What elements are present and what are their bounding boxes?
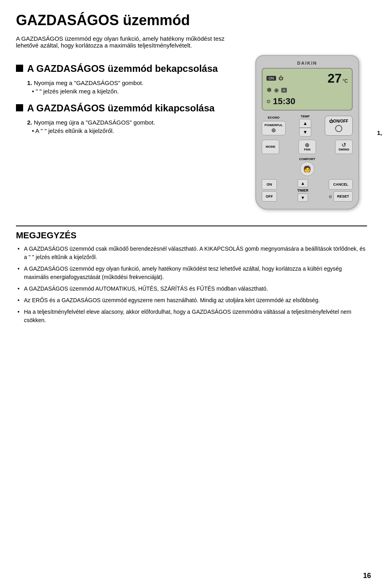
notes-section: MEGJEGYZÉS A GAZDASÁGOS üzemmód csak műk… xyxy=(16,226,367,325)
temp-cluster: TEMP ▲ ▼ xyxy=(299,115,311,137)
note-item-1: A GAZDASÁGOS üzemmód csak működő berende… xyxy=(16,245,367,261)
timer-off-button[interactable]: OFF xyxy=(262,191,277,202)
temp-down-button[interactable]: ▼ xyxy=(299,128,311,137)
fan-btn-icon: ⊕ xyxy=(305,142,310,148)
temp-label: TEMP xyxy=(301,115,310,118)
swing-btn-icon: ↺ xyxy=(342,142,346,148)
on-off-col: ON OFF xyxy=(262,179,277,202)
fan-icon: ⊕ xyxy=(274,87,279,93)
onoff-circle xyxy=(335,125,342,132)
note-item-3: A GAZDASÁGOS üzemmód AUTOMATIKUS, HŰTÉS,… xyxy=(16,285,367,293)
note-item-2: A GAZDASÁGOS üzemmód egy olyan funkció, … xyxy=(16,265,367,281)
notes-title: MEGJEGYZÉS xyxy=(16,230,367,241)
section1-heading: A GAZDASÁGOS üzemmód bekapcsolása xyxy=(16,63,243,75)
daikin-logo: DAIKIN xyxy=(297,61,317,65)
timer-section: ON OFF ▲ TIMER ▼ CANCEL xyxy=(262,179,353,202)
note-item-5: Ha a teljesítményfelvétel eleve alacsony… xyxy=(16,308,367,325)
section2-title: A GAZDASÁGOS üzemmód kikapcsolása xyxy=(27,103,215,114)
screen-on-badge: ON xyxy=(267,76,276,81)
person-icon: 🧑 xyxy=(303,165,311,173)
comfort-label: COMFORT xyxy=(299,157,315,161)
section1-step1: 1. Nyomja meg a "GAZDASÁGOS" gombot. xyxy=(27,79,243,86)
page-title: GAZDASÁGOS üzemmód xyxy=(16,12,367,29)
screen-row1: ON ⏻ 27 °C xyxy=(267,72,348,85)
section1-title: A GAZDASÁGOS üzemmód bekapcsolása xyxy=(27,63,218,75)
clock-icon: ⊙ xyxy=(267,99,270,104)
remote-control: DAIKIN ON ⏻ 27 °C ❄ ⊕ xyxy=(255,55,359,210)
section2-heading: A GAZDASÁGOS üzemmód kikapcsolása xyxy=(16,103,243,114)
onoff-label: ⏻ON/OFF xyxy=(329,119,348,123)
section1-bullet: " " jelzés jelenik meg a kijelzőn. xyxy=(27,88,243,95)
fan-button[interactable]: ⊕ FAN xyxy=(298,140,316,154)
swing-button[interactable]: ↺ SWING xyxy=(335,140,353,154)
screen-mode-badge: A xyxy=(281,88,287,93)
econo-group: ECONO xyxy=(268,116,279,119)
timer-arrows-col: ▲ TIMER ▼ xyxy=(297,179,308,202)
btn-row-2: MODE ⊕ FAN ↺ SWING xyxy=(262,140,353,154)
section2-bullet: A " " jelzés eltűnik a kijelzőről. xyxy=(27,127,243,134)
notes-list: A GAZDASÁGOS üzemmód csak működő berende… xyxy=(16,245,367,325)
intro-text: A GAZDASÁGOS üzemmód egy olyan funkció, … xyxy=(16,35,235,49)
section1-body: 1. Nyomja meg a "GAZDASÁGOS" gombot. " "… xyxy=(16,79,243,95)
snowflake-icon: ❄ xyxy=(267,86,272,94)
right-column: DAIKIN ON ⏻ 27 °C ❄ ⊕ xyxy=(255,55,367,210)
page-number: 16 xyxy=(363,572,371,580)
comfort-section: COMFORT 🧑 xyxy=(299,157,315,176)
reference-label: 1, 2 xyxy=(377,129,383,136)
section2-body: 2. Nyomja meg újra a "GAZDASÁGOS" gombot… xyxy=(16,119,243,134)
screen-time-row: ⊙ 15:30 xyxy=(267,96,348,107)
remote-screen: ON ⏻ 27 °C ❄ ⊕ A ⊙ xyxy=(262,68,353,111)
timer-up-button[interactable]: ▲ xyxy=(298,179,308,187)
temp-arrows: ▲ ▼ xyxy=(299,119,311,137)
reset-button[interactable]: RESET xyxy=(334,191,353,202)
powerful-button[interactable]: POWERFUL ⊛ xyxy=(262,121,286,135)
screen-temp-unit: °C xyxy=(343,78,348,84)
temp-up-button[interactable]: ▲ xyxy=(299,119,311,128)
timer-down-button[interactable]: ▼ xyxy=(298,194,308,202)
cancel-reset-col: CANCEL ⊙ RESET xyxy=(329,179,353,202)
screen-icons: ❄ ⊕ A xyxy=(267,86,287,94)
section2-step2: 2. Nyomja meg újra a "GAZDASÁGOS" gombot… xyxy=(27,119,243,126)
onoff-button[interactable]: ⏻ON/OFF xyxy=(325,116,353,136)
section1-square xyxy=(16,65,23,72)
powerful-fan-icon: ⊛ xyxy=(271,127,276,133)
screen-power-icon: ⏻ xyxy=(278,75,283,81)
cancel-button[interactable]: CANCEL xyxy=(329,179,353,190)
timer-on-button[interactable]: ON xyxy=(262,179,277,190)
section2-square xyxy=(16,104,23,111)
comfort-button[interactable]: 🧑 xyxy=(300,162,314,176)
timer-label: TIMER xyxy=(297,188,308,192)
remote-top: DAIKIN xyxy=(262,61,353,65)
reset-clock-icon: ⊙ xyxy=(329,194,332,199)
remote-buttons: ECONO POWERFUL ⊛ TEMP ▲ ▼ xyxy=(262,115,353,202)
mode-button[interactable]: MODE xyxy=(262,140,279,154)
screen-temp: 27 xyxy=(328,72,342,85)
main-content: A GAZDASÁGOS üzemmód bekapcsolása 1. Nyo… xyxy=(16,55,367,210)
left-column: A GAZDASÁGOS üzemmód bekapcsolása 1. Nyo… xyxy=(16,55,243,210)
note-item-4: Az ERŐS és a GAZDASÁGOS üzemmód egyszerr… xyxy=(16,296,367,305)
screen-time: 15:30 xyxy=(273,96,295,107)
btn-row-1: ECONO POWERFUL ⊛ TEMP ▲ ▼ xyxy=(262,115,353,137)
econo-label: ECONO xyxy=(268,116,279,119)
comfort-row: COMFORT 🧑 xyxy=(262,157,353,176)
